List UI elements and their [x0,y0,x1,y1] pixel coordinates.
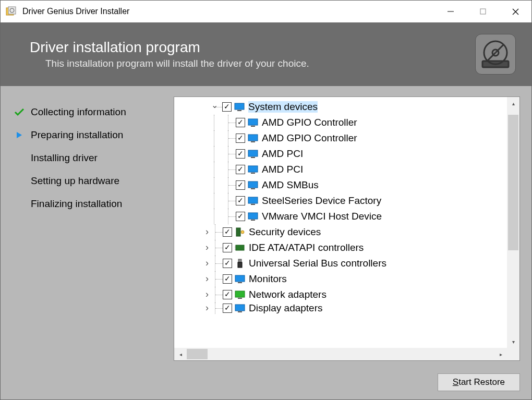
chevron-right-icon[interactable] [203,306,211,311]
checkbox[interactable] [236,180,245,190]
svg-rect-25 [248,197,258,203]
tree-item[interactable]: AMD GPIO Controller [178,130,507,146]
svg-rect-14 [237,110,241,111]
tree-item[interactable]: AMD PCI [178,146,507,162]
scroll-left-button[interactable]: ◂ [174,348,187,360]
checkbox[interactable] [222,102,232,112]
tree-label[interactable]: VMware VMCI Host Device [262,211,382,222]
app-icon [6,6,16,17]
tree-item[interactable]: AMD PCI [178,162,507,177]
tree-label[interactable]: Network adapters [249,289,327,300]
tree-label[interactable]: AMD GPIO Controller [262,117,357,128]
chevron-right-icon[interactable] [203,276,211,282]
checkbox[interactable] [223,290,232,299]
svg-rect-41 [235,305,245,311]
header-title: Driver installation program [30,39,475,56]
tree-label[interactable]: AMD PCI [262,148,303,160]
tree-category-usb[interactable]: Universal Serial Bus controllers [178,256,507,271]
chevron-right-icon[interactable] [203,245,211,250]
tree-label[interactable]: Security devices [249,226,321,238]
tree-label[interactable]: AMD GPIO Controller [262,132,357,144]
tree-label[interactable]: System devices [248,101,318,113]
tree-category-monitors[interactable]: Monitors [178,271,507,287]
scroll-right-button[interactable]: ▸ [494,348,507,360]
tree-category-security[interactable]: Security devices [178,224,507,240]
step-hardware: Setting up hardware [12,169,174,192]
svg-line-11 [488,53,495,60]
scroll-up-button[interactable]: ▴ [507,97,519,110]
checkbox[interactable] [236,134,245,143]
svg-rect-16 [251,126,255,127]
device-tree[interactable]: System devices AMD GPIO Controller AMD G… [174,97,519,360]
tree-label[interactable]: Display adapters [249,302,323,314]
horizontal-scrollbar[interactable]: ◂ ▸ [174,348,507,360]
tree-category-ide[interactable]: IDE ATA/ATAPI controllers [178,240,507,256]
tree-label[interactable]: AMD SMBus [262,179,319,191]
tree-item[interactable]: SteelSeries Device Factory [178,193,507,209]
chip-icon [234,243,246,252]
svg-line-10 [495,45,503,53]
steps-sidebar: Collecting information Preparing install… [12,96,174,361]
monitor-icon [234,274,246,284]
svg-rect-23 [248,181,258,188]
start-restore-button[interactable]: Start Restore [438,373,520,391]
tree-category-network[interactable]: Network adapters [178,287,507,302]
checkbox[interactable] [223,243,232,252]
tree-label[interactable]: AMD PCI [262,164,303,175]
svg-rect-19 [248,150,258,156]
minimize-button[interactable] [434,1,467,22]
monitor-icon [247,196,259,205]
tree-root-system-devices[interactable]: System devices [178,99,507,115]
checkbox[interactable] [236,196,245,205]
tree-label[interactable]: Monitors [249,273,287,285]
checkbox[interactable] [223,227,232,237]
tree-label[interactable]: IDE ATA/ATAPI controllers [249,242,364,253]
chevron-right-icon[interactable] [203,261,211,266]
footer: Start Restore [1,370,531,399]
checkbox[interactable] [236,165,245,174]
scroll-track[interactable] [507,110,519,335]
scroll-down-button[interactable]: ▾ [507,335,519,348]
tree-item[interactable]: AMD GPIO Controller [178,115,507,130]
step-finalizing: Finalizing installation [12,192,174,215]
checkbox[interactable] [236,149,245,159]
svg-rect-1 [8,7,16,14]
header-banner: Driver installation program This install… [1,22,531,86]
maximize-button[interactable] [467,1,499,22]
chevron-right-icon[interactable] [203,292,211,297]
driver-disk-icon [475,34,516,75]
chevron-down-icon[interactable] [211,104,218,110]
chevron-right-icon[interactable] [203,229,211,235]
network-icon [234,290,246,299]
tree-label[interactable]: Universal Serial Bus controllers [249,258,386,269]
checkbox[interactable] [223,274,232,284]
scroll-corner [507,348,519,360]
checkbox[interactable] [223,304,232,313]
svg-rect-37 [235,275,245,282]
device-tree-panel: System devices AMD GPIO Controller AMD G… [174,96,520,361]
svg-rect-24 [251,188,255,189]
monitor-icon [234,102,245,112]
checkbox[interactable] [236,118,245,127]
scroll-thumb[interactable] [187,349,208,359]
svg-rect-22 [251,173,255,174]
scroll-thumb[interactable] [508,115,518,250]
step-label: Setting up hardware [31,175,119,187]
vertical-scrollbar[interactable]: ▴ ▾ [507,97,519,348]
checkmark-icon [12,108,27,116]
tree-label[interactable]: SteelSeries Device Factory [262,195,381,207]
svg-rect-15 [248,119,258,125]
checkbox[interactable] [223,259,232,268]
scroll-track[interactable] [187,348,494,360]
svg-marker-12 [17,132,22,138]
tree-category-display[interactable]: Display adapters [178,302,507,314]
monitor-icon [247,180,259,190]
close-button[interactable] [499,1,531,22]
tree-item[interactable]: AMD SMBus [178,177,507,193]
svg-rect-18 [251,141,255,142]
titlebar: Driver Genius Driver Installer [1,1,531,22]
tree-item[interactable]: VMware VMCI Host Device [178,209,507,224]
svg-rect-40 [238,298,242,299]
monitor-icon [234,304,246,313]
checkbox[interactable] [236,212,245,221]
